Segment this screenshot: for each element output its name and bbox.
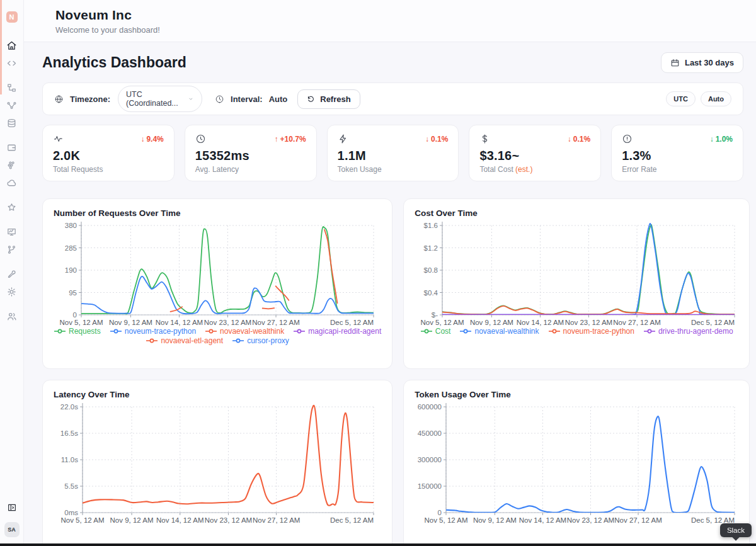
auto-badge: Auto <box>701 91 731 106</box>
star-icon <box>6 202 17 213</box>
legend-label: Requests <box>69 327 101 336</box>
sidebar-item-monitor-chart[interactable] <box>4 224 20 239</box>
svg-text:5.5s: 5.5s <box>64 482 78 490</box>
timezone-select[interactable]: UTC (Coordinated... <box>118 86 202 112</box>
svg-text:Nov 5, 12 AM: Nov 5, 12 AM <box>425 516 468 524</box>
svg-text:Dec 5, 12 AM: Dec 5, 12 AM <box>330 516 374 524</box>
chart-title: Cost Over Time <box>415 208 738 218</box>
interval-label: Interval: <box>231 94 263 104</box>
stat-card-total-requests: ↓9.4%2.0KTotal Requests <box>42 125 175 181</box>
legend-item: novaeval-etl-agent <box>146 336 223 345</box>
stat-value: 15352ms <box>195 149 306 163</box>
arrow-down-icon: ↓ <box>568 135 571 144</box>
chart-legend-row: novaeval-etl-agentcursor-proxy <box>54 336 381 345</box>
chart-title: Latency Over Time <box>54 390 381 399</box>
legend-item: noveum-trace-python <box>548 327 634 336</box>
calendar-icon <box>670 58 680 67</box>
sidebar: N SA <box>0 0 24 546</box>
stat-label: Error Rate <box>622 165 733 174</box>
timezone-label: Timezone: <box>70 94 110 104</box>
stat-delta: ↓0.1% <box>425 135 448 144</box>
sidebar-item-wallet[interactable] <box>4 140 20 155</box>
charts-grid: Number of Requests Over Time 09519028538… <box>42 198 743 546</box>
sidebar-item-share-nodes[interactable] <box>4 98 20 113</box>
date-range-label: Last 30 days <box>685 58 734 67</box>
arrow-down-icon: ↓ <box>425 135 429 144</box>
svg-text:Nov 5, 12 AM: Nov 5, 12 AM <box>60 516 104 524</box>
svg-text:Dec 5, 12 AM: Dec 5, 12 AM <box>691 319 735 326</box>
sidebar-item-cloud[interactable] <box>4 175 20 190</box>
svg-text:Nov 9, 12 AM: Nov 9, 12 AM <box>473 516 517 524</box>
stat-label: Token Usage <box>338 165 449 174</box>
chart-canvas: 0150000300000450000600000Nov 5, 12 AMNov… <box>415 401 738 532</box>
users-icon <box>6 311 17 322</box>
date-range-button[interactable]: Last 30 days <box>661 52 743 73</box>
legend-marker-icon <box>232 338 244 344</box>
sidebar-item-code[interactable] <box>4 55 20 71</box>
legend-marker-icon <box>459 328 472 334</box>
sidebar-item-users[interactable] <box>4 309 20 324</box>
chart-title: Token Usage Over Time <box>415 390 738 399</box>
legend-label: novaeval-wealthink <box>220 327 284 336</box>
svg-text:$1.2: $1.2 <box>424 244 438 252</box>
svg-text:22.0s: 22.0s <box>60 403 78 411</box>
svg-text:Nov 27, 12 AM: Nov 27, 12 AM <box>252 319 299 326</box>
zap-icon <box>338 134 348 144</box>
clock-icon <box>195 134 206 144</box>
sidebar-item-cluster[interactable] <box>4 157 20 173</box>
svg-text:600000: 600000 <box>418 403 442 411</box>
cost-chart-card: Cost Over Time $-$0.4$0.8$1.2$1.6Nov 5, … <box>403 198 750 369</box>
arrow-down-icon: ↓ <box>710 135 714 144</box>
stat-card-error-rate: ↓1.0%1.3%Error Rate <box>611 125 743 181</box>
stat-delta: ↓1.0% <box>710 135 733 144</box>
svg-text:Nov 23, 12 AM: Nov 23, 12 AM <box>567 516 614 524</box>
stat-delta: ↑+10.7% <box>275 135 306 144</box>
tokens-chart: 0150000300000450000600000Nov 5, 12 AMNov… <box>415 401 738 532</box>
page-head: Analytics Dashboard Last 30 days <box>42 52 743 73</box>
svg-text:190: 190 <box>65 266 77 274</box>
svg-text:380: 380 <box>65 222 77 229</box>
svg-text:$1.6: $1.6 <box>424 222 438 229</box>
sidebar-item-hierarchy[interactable] <box>4 80 20 95</box>
legend-marker-icon <box>54 328 66 334</box>
chart-title: Number of Requests Over Time <box>54 208 381 218</box>
sidebar-item-git-branch[interactable] <box>4 242 20 257</box>
database-icon <box>6 118 17 128</box>
svg-text:450000: 450000 <box>418 429 442 437</box>
svg-text:Nov 27, 12 AM: Nov 27, 12 AM <box>615 516 662 524</box>
svg-text:Nov 9, 12 AM: Nov 9, 12 AM <box>470 319 513 326</box>
svg-text:16.5s: 16.5s <box>60 429 78 437</box>
refresh-button[interactable]: Refresh <box>297 89 360 109</box>
legend-label: magicapi-reddit-agent <box>308 327 381 336</box>
svg-text:$-: $- <box>432 311 438 319</box>
chevron-down-icon <box>188 95 194 103</box>
svg-text:Nov 27, 12 AM: Nov 27, 12 AM <box>253 516 300 524</box>
sidebar-item-home[interactable] <box>4 38 20 53</box>
content: Analytics Dashboard Last 30 days Timezon… <box>24 42 756 546</box>
svg-text:Nov 5, 12 AM: Nov 5, 12 AM <box>59 319 103 326</box>
user-avatar[interactable]: SA <box>4 522 20 537</box>
legend-label: novaeval-etl-agent <box>161 336 223 345</box>
stat-label: Total Requests <box>53 165 164 174</box>
globe-icon <box>54 94 64 104</box>
svg-text:285: 285 <box>65 244 77 252</box>
monitor-chart-icon <box>6 227 17 237</box>
legend-label: noveum-trace-python <box>125 327 196 336</box>
sidebar-item-settings-gear[interactable] <box>4 284 20 299</box>
activity-icon <box>53 134 64 144</box>
svg-text:Nov 14, 12 AM: Nov 14, 12 AM <box>156 516 203 524</box>
app-logo[interactable]: N <box>6 11 18 23</box>
requests-chart-card: Number of Requests Over Time 09519028538… <box>42 198 392 369</box>
collapse-panel-icon[interactable] <box>5 501 19 515</box>
svg-text:Nov 9, 12 AM: Nov 9, 12 AM <box>109 319 152 326</box>
svg-text:300000: 300000 <box>418 456 442 464</box>
sidebar-bottom: SA <box>4 501 20 537</box>
slack-tooltip: Slack <box>720 523 752 537</box>
sidebar-item-star[interactable] <box>4 200 20 215</box>
svg-text:Nov 5, 12 AM: Nov 5, 12 AM <box>421 319 464 326</box>
sidebar-item-key[interactable] <box>4 266 20 282</box>
toolbar-badges: UTC Auto <box>666 91 731 106</box>
stat-card-total-cost: ↓0.1%$3.16~Total Cost (est.) <box>469 125 601 181</box>
sidebar-item-database[interactable] <box>4 115 20 130</box>
svg-text:0: 0 <box>73 311 77 319</box>
